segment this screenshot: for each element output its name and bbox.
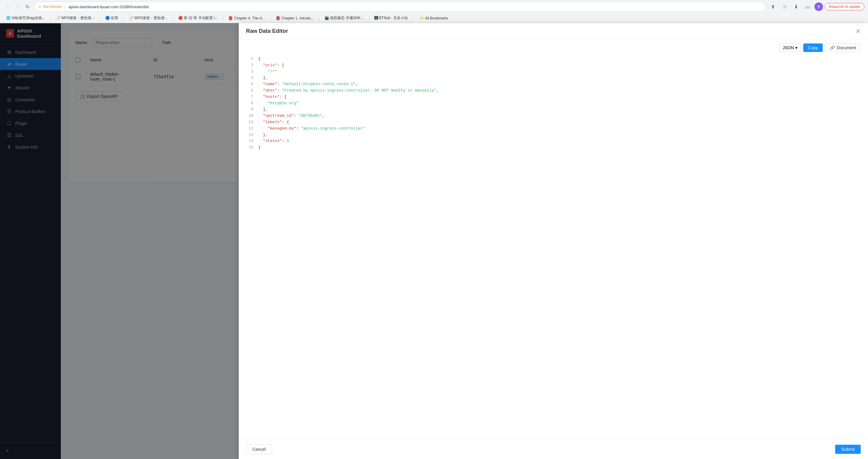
line-number: 6	[246, 88, 258, 94]
line-number: 15	[246, 144, 258, 151]
line-code: {	[258, 56, 861, 62]
line-number: 1	[246, 56, 258, 62]
line-code: "uris": [	[258, 62, 861, 69]
line-number: 9	[246, 106, 258, 113]
bookmark-9[interactable]: 🅱 BTNull - 无名小站	[372, 15, 410, 21]
line-number: 2	[246, 62, 258, 69]
line-number: 7	[246, 94, 258, 100]
back-button[interactable]: ←	[4, 2, 12, 11]
line-code: }	[258, 144, 861, 151]
toolbar-actions: ⬆ ☆ ⬇ ▭ Y Relaunch to update	[768, 2, 864, 11]
browser-chrome: ← → ↻ ⚠ Not Secure | apisix-dashboard.li…	[0, 0, 868, 24]
line-code: },	[258, 132, 861, 138]
line-code: "desc": "Created by apisix-ingress-contr…	[258, 88, 861, 94]
line-code: ],	[258, 106, 861, 113]
browser-toolbar: ← → ↻ ⚠ Not Secure | apisix-dashboard.li…	[0, 0, 868, 13]
line-code: "name": "default_httpbin-route_route-1",	[258, 81, 861, 88]
bookmark-4[interactable]: 📝 WPS便签：更轻便...	[126, 15, 170, 21]
bookmark-3[interactable]: 🔵 应用	[103, 15, 120, 21]
relaunch-button[interactable]: Relaunch to update	[825, 3, 864, 10]
line-code: ],	[258, 75, 861, 81]
security-icon: ⚠	[38, 5, 41, 9]
line-number: 11	[246, 119, 258, 126]
bookmark-5[interactable]: 🔴 第 32 章 手动配置 /...	[176, 15, 220, 21]
document-label: Document	[837, 45, 856, 50]
bookmark-all[interactable]: 📁 All Bookmarks	[417, 15, 451, 21]
address-bar[interactable]: ⚠ Not Secure | apisix-dashboard.liyuan.c…	[34, 2, 766, 11]
line-code: "status": 1	[258, 138, 861, 144]
profile-avatar[interactable]: Y	[814, 2, 823, 11]
forward-button[interactable]: →	[13, 2, 22, 11]
line-number: 3	[246, 69, 258, 75]
line-number: 12	[246, 126, 258, 132]
nav-buttons: ← → ↻	[4, 2, 32, 11]
bookmark-7[interactable]: 📕 Chapter 1. Introdu...	[273, 15, 316, 21]
format-label: JSON	[782, 45, 794, 50]
line-code: "managed-by": "apisix-ingress-controller…	[258, 126, 861, 132]
bookmark-2[interactable]: 📝 WPS便签：更轻便...	[53, 15, 97, 21]
bookmark-8[interactable]: 🎬 细思极恐 开播30年...	[322, 15, 366, 21]
line-code: "/*"	[258, 69, 861, 75]
line-number: 14	[246, 138, 258, 144]
line-number: 10	[246, 113, 258, 119]
bookmark-6[interactable]: 📕 Chapter 4. The cl...	[226, 15, 267, 21]
submit-button[interactable]: Submit	[835, 445, 861, 454]
download-button[interactable]: ⬇	[792, 2, 801, 11]
device-button[interactable]: ▭	[803, 2, 813, 11]
code-table: 1{2 "uris": [3 "/*"4 ],5 "name": "defaul…	[246, 56, 861, 151]
modal-close-button[interactable]: ✕	[856, 28, 861, 34]
line-code: "hosts": [	[258, 94, 861, 100]
line-number: 4	[246, 75, 258, 81]
modal-header: Raw Data Editor ✕	[239, 23, 868, 39]
format-selector[interactable]: JSON ▾	[779, 43, 801, 52]
bookmarks-bar: 🌐 AI绘画咒语tag在线... | 📝 WPS便签：更轻便... | 🔵 应用…	[0, 13, 868, 23]
security-label: Not Secure	[43, 5, 61, 9]
chevron-down-icon: ▾	[795, 45, 798, 50]
bookmark-button[interactable]: ☆	[780, 2, 789, 11]
reload-button[interactable]: ↻	[23, 2, 32, 11]
url-text: apisix-dashboard.liyuan.com:31080/routes…	[68, 5, 149, 9]
line-code: "labels": {	[258, 119, 861, 126]
modal-overlay: Raw Data Editor ✕ JSON ▾ Copy 🔗 Document…	[0, 23, 868, 459]
modal-toolbar: JSON ▾ Copy 🔗 Document	[239, 39, 868, 56]
modal-title: Raw Data Editor	[246, 28, 288, 34]
bookmark-1[interactable]: 🌐 AI绘画咒语tag在线...	[4, 15, 48, 21]
link-icon: 🔗	[830, 45, 835, 50]
line-code: "upstream_id": "d8736a8c",	[258, 113, 861, 119]
copy-button[interactable]: Copy	[803, 43, 823, 52]
share-button[interactable]: ⬆	[768, 2, 778, 11]
line-number: 13	[246, 132, 258, 138]
document-button[interactable]: 🔗 Document	[825, 43, 861, 52]
line-number: 8	[246, 100, 258, 107]
line-code: "httpbin.org"	[258, 100, 861, 107]
line-number: 5	[246, 81, 258, 88]
code-editor[interactable]: 1{2 "uris": [3 "/*"4 ],5 "name": "defaul…	[239, 56, 868, 439]
modal-footer: Cancel Submit	[239, 439, 868, 459]
raw-data-editor-modal: Raw Data Editor ✕ JSON ▾ Copy 🔗 Document…	[239, 23, 868, 459]
cancel-button[interactable]: Cancel	[246, 445, 272, 454]
